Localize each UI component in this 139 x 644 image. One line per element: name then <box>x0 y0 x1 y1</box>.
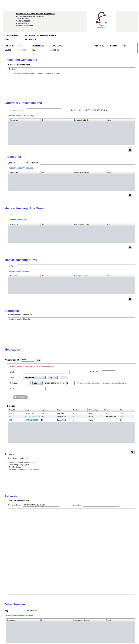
other-services-input[interactable] <box>40 608 135 612</box>
column-header-way[interactable]: Way <box>56 408 72 412</box>
column-header-id[interactable]: ID <box>41 223 73 226</box>
column-header-department[interactable]: Department <box>8 223 41 226</box>
frequency-select[interactable]: OD ▼ <box>48 376 58 379</box>
column-header-frequency[interactable]: Fequency <box>40 408 56 412</box>
clinic-name: Future Care by Future Holdings (Pty) Lim… <box>16 13 54 15</box>
drug-row-virgin-linseed[interactable]: 893 VIRGIN LINSEED TID Before Meal 10 Da… <box>8 418 135 422</box>
xray-table-header: Department ID Investigation/Service Stat… <box>8 274 135 278</box>
consultation-date-row: Date:2025-02-28 <box>4 38 139 40</box>
delete-drug-button[interactable] <box>130 450 134 454</box>
other-services-table-body[interactable] <box>6 622 135 643</box>
column-header-investigation-service[interactable]: Investigation/Service <box>73 223 105 226</box>
refresh-prescription-button[interactable] <box>36 358 41 362</box>
uss-table-body[interactable] <box>8 226 135 243</box>
logo-f-icon <box>96 12 107 21</box>
diagnosis-textarea[interactable]: Acute lumbalgia+ Ciatalgia <box>8 317 135 341</box>
column-header-drug-id[interactable]: Drug ID <box>8 408 24 412</box>
drug-row-celecoxib[interactable]: 587 CELECOXIB BID After Meal 5 Day/s 1 t… <box>8 412 135 415</box>
delete-procedure-button[interactable] <box>128 193 132 198</box>
xray-input[interactable] <box>18 264 135 268</box>
procedures-input[interactable] <box>40 161 135 164</box>
way-selected-value: Before Meal <box>24 376 34 378</box>
advice-textarea[interactable]: Vitamin B complex 1 tab od for 1/12 Avoi… <box>8 461 135 487</box>
referring-doctor-input[interactable] <box>23 503 59 506</box>
way-row: Way : Before Meal ▼ OD ▼ <box>10 376 136 379</box>
column-header-note[interactable]: Note <box>104 408 119 412</box>
delete-uss-button[interactable] <box>128 245 132 249</box>
prescription-id-label: Prescription ID : <box>4 359 20 361</box>
consultant-input[interactable] <box>83 503 119 506</box>
column-header-id[interactable]: ID <box>41 171 73 174</box>
total-input[interactable] <box>23 387 46 390</box>
column-header-status[interactable]: Status <box>105 223 135 226</box>
per-meal-input[interactable] <box>66 381 74 385</box>
complaints-sublabel: Enter Complaints Here <box>8 64 139 66</box>
prescription-id-input[interactable] <box>22 358 34 362</box>
other-services-qty-input[interactable] <box>11 609 20 612</box>
drug-frequency-cell: QID <box>40 416 56 418</box>
column-header-department[interactable]: Department <box>6 618 39 622</box>
procedures-qty-label: Qty : <box>8 162 12 164</box>
procedures-table-header: Department ID Investigation/Service Stat… <box>8 171 135 174</box>
recommended-other-services-label: Recommended Other Services <box>6 614 139 617</box>
delete-lab-test-button[interactable] <box>128 147 132 152</box>
column-header-status[interactable]: Status <box>105 171 135 174</box>
column-header-investigation-service[interactable]: Investigation/Service <box>73 118 105 122</box>
column-header-status[interactable]: Status <box>105 118 135 122</box>
lab-investigation-input[interactable] <box>27 108 61 112</box>
column-header-duration-type[interactable]: Duration Type <box>88 408 104 412</box>
xray-table-body[interactable] <box>8 278 135 294</box>
consulted-by-row: Consulted By:Dr. HANECKY FUENTE REYES <box>4 34 139 36</box>
chevron-down-icon: ▼ <box>40 381 42 384</box>
drug-row-methocarbamol[interactable]: 91 METHOCARBAMOL QID Before Meal 2 Day/s… <box>8 415 135 418</box>
consultation-date-value: 2025-02-28 <box>25 38 36 40</box>
procedures-table-body[interactable] <box>8 174 135 191</box>
column-header-duration[interactable]: Duration <box>72 408 88 412</box>
drug-qty-cell: 1.0 <box>119 419 135 421</box>
column-header-status[interactable]: Status <box>105 618 135 622</box>
uss-input[interactable] <box>16 213 135 216</box>
procedures-qty-input[interactable] <box>13 161 22 164</box>
clinic-company-number: Company No.8417652-2 <box>16 24 54 27</box>
duration-unit-select[interactable]: Day/s ▼ <box>32 381 42 385</box>
section-heading-ultrasound: Medical Imaging Ultra Sound <box>4 207 139 210</box>
drug-table-body[interactable] <box>8 422 135 443</box>
column-header-drug[interactable]: Drug <box>24 408 40 412</box>
column-header-status[interactable]: Status <box>105 274 135 278</box>
other-services-table: Department ID Investigation / Service St… <box>6 618 135 643</box>
future-care-logo: Future Care ♥ Body Mind Soul <box>86 11 116 32</box>
column-header-department[interactable]: Department <box>8 171 41 174</box>
label-colon: : <box>18 45 19 47</box>
clinic-address: Le Chainter,Victoria,Mahe,Seychelles <box>16 16 54 18</box>
frequency-qty-input <box>60 376 67 379</box>
advice-header-row: Advice <box>4 450 134 456</box>
drug-note-cell: 1 tab <box>104 412 119 414</box>
drug-list-table: Drug ID Drug Fequency Way Duration Durat… <box>8 408 135 443</box>
section-heading-medication: Medication <box>4 348 139 351</box>
drug-way-cell: Before Meal <box>56 419 72 421</box>
column-header-id[interactable]: ID <box>39 618 72 622</box>
complaints-textarea[interactable]: Review X-ray: Presents osteophytes in L4… <box>8 68 135 93</box>
duration-input[interactable] <box>22 381 31 385</box>
drug-input[interactable] <box>23 370 70 374</box>
special-notes-input[interactable] <box>102 370 116 373</box>
column-header-investigation-service[interactable]: Investigation/Service <box>73 274 105 278</box>
chevron-down-icon: ▼ <box>54 376 58 379</box>
drug-frequency-cell: BID <box>40 412 56 414</box>
section-heading-xray: Medical Imaging X-Ray <box>4 258 139 262</box>
way-select[interactable]: Before Meal ▼ <box>23 376 46 379</box>
column-header-id[interactable]: ID <box>41 118 73 122</box>
section-heading-referrals: Refferals <box>4 495 139 498</box>
delete-xray-button[interactable] <box>128 296 132 301</box>
referral-list-box[interactable] <box>8 508 135 595</box>
add-drug-button[interactable]: Add Drug <box>13 395 28 399</box>
decimal-hint: Please add as decimal numbers when addin… <box>77 382 136 384</box>
xray-actions <box>0 296 132 301</box>
column-header-department[interactable]: Department <box>8 274 41 278</box>
column-header-investigation-service[interactable]: Investigation / Service <box>72 618 105 622</box>
column-header-investigation-service[interactable]: Investigation/Service <box>73 171 105 174</box>
lab-table-body[interactable] <box>8 122 135 145</box>
column-header-id[interactable]: ID <box>41 274 73 278</box>
column-header-department[interactable]: Department <box>8 118 41 122</box>
column-header-qty[interactable]: Qty <box>119 408 135 412</box>
